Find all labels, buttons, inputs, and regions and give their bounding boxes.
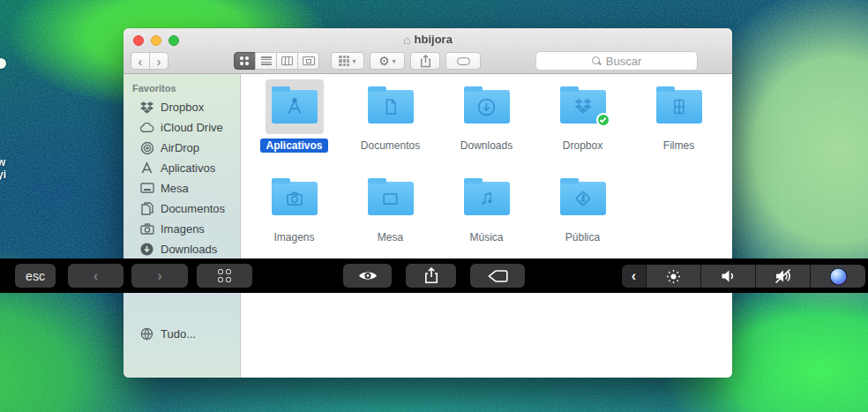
sidebar-item-label: Mesa [161,182,189,195]
sidebar-item-label: Documentos [161,202,225,215]
folder-icon [266,171,324,226]
column-view-icon [281,56,293,65]
tag-icon [457,57,470,65]
touchbar-back-button[interactable]: ‹ [68,264,123,288]
camera-glyph [272,182,318,215]
sidebar-item-label: AirDrop [161,141,199,154]
folder-item-publica[interactable]: Pública [535,169,631,261]
sidebar-item-label: Downloads [161,243,217,256]
folder-item-musica[interactable]: Música [438,169,535,261]
sidebar-item-pictures[interactable]: Imagens [123,219,240,239]
downloads-icon [139,242,154,257]
airdrop-icon [139,140,154,155]
column-view-button[interactable] [276,52,298,70]
folder-item-downloads[interactable]: Downloads [438,78,535,169]
finder-window: ⌂hbijora ‹ › ▾ ⚙ ▾ [123,28,732,378]
folder-item-mesa[interactable]: Mesa [342,169,438,261]
document-glyph [368,90,414,124]
folder-label: Imagens [268,230,319,244]
gallery-view-icon [303,56,315,65]
folder-label: Mesa [372,230,408,244]
share-button[interactable] [410,52,440,70]
sidebar-item-documents[interactable]: Documentos [123,199,240,219]
folder-label: Downloads [455,139,518,153]
siri-button[interactable] [811,265,865,288]
titlebar[interactable]: ⌂hbijora ‹ › ▾ ⚙ ▾ [123,28,732,74]
folder-item-imagens[interactable]: Imagens [246,169,342,261]
folder-contents: Aplicativos Documentos Downloads [241,74,732,378]
sidebar-item-dropbox[interactable]: Dropbox [123,97,240,117]
touchbar-view-button[interactable] [197,264,252,288]
touchbar-share-button[interactable] [406,264,456,288]
volume-icon [721,269,737,283]
documents-icon [139,201,154,216]
folder-label: Dropbox [557,139,608,153]
group-button[interactable]: ▾ [331,52,364,70]
sidebar-item-desktop[interactable]: Mesa [123,178,240,199]
sidebar-item-label: iCloud Drive [161,121,223,134]
brightness-button[interactable] [647,265,701,288]
desktop-label-fragment: w [0,156,5,169]
icon-view-button[interactable] [234,52,256,70]
control-strip: ‹ [622,265,865,288]
folder-icon [554,171,612,226]
icon-view-icon [218,269,231,282]
folder-item-documentos[interactable]: Documentos [342,78,438,169]
esc-key[interactable]: esc [15,264,56,288]
sidebar-item-icloud-drive[interactable]: iCloud Drive [123,117,240,138]
sidebar-item-all-files[interactable]: Tudo... [123,324,196,344]
icon-grid: Aplicativos Documentos Downloads [246,78,731,261]
folder-item-filmes[interactable]: Filmes [631,78,727,169]
list-view-icon [261,56,272,65]
volume-button[interactable] [701,265,756,288]
sidebar-item-airdrop[interactable]: AirDrop [123,138,240,158]
cloud-icon [139,120,154,135]
folder-icon [458,171,516,226]
action-menu-button[interactable]: ⚙ ▾ [370,52,405,70]
sidebar-item-label: Dropbox [161,101,204,114]
folder-label: Pública [560,230,605,244]
siri-icon [829,267,848,286]
search-placeholder: Buscar [606,55,641,68]
touch-bar: esc ‹ › ‹ [0,258,868,293]
sidebar-item-downloads[interactable]: Downloads [123,239,240,259]
sidebar-item-applications[interactable]: Aplicativos [123,158,240,178]
touchbar-quicklook-button[interactable] [343,264,392,288]
folder-item-dropbox[interactable]: Dropbox [535,78,631,169]
folder-label: Aplicativos [260,139,327,153]
control-strip-expand-button[interactable]: ‹ [622,265,647,288]
folder-label: Documentos [355,139,425,153]
view-switcher [234,52,319,70]
folder-label: Música [464,230,508,244]
mute-button[interactable] [756,265,811,288]
touchbar-tag-button[interactable] [470,264,525,288]
back-button[interactable]: ‹ [131,52,150,70]
folder-icon [458,79,516,134]
sidebar-item-label: Imagens [161,222,205,236]
navigation-buttons: ‹ › [131,52,168,70]
sidebar: Favoritos Dropbox iCloud Drive AirDrop A… [123,74,241,378]
eye-icon [357,269,378,282]
group-icon [339,56,349,66]
folder-item-aplicativos[interactable]: Aplicativos [246,78,342,169]
sidebar-section-favorites: Favoritos [123,74,240,97]
folder-icon [362,171,420,226]
tag-icon [488,269,508,283]
touchbar-forward-button[interactable]: › [131,264,188,288]
download-glyph [464,90,510,124]
applications-icon [139,161,154,176]
forward-button[interactable]: › [149,52,168,70]
share-icon [424,267,438,284]
film-glyph [656,90,702,124]
sidebar-item-label: Tudo... [161,327,196,341]
gallery-view-button[interactable] [297,52,319,70]
mute-icon [774,268,793,284]
desktop-glyph [368,182,414,215]
gear-icon: ⚙ [378,55,390,67]
desktop-label-fragment: yi [0,169,6,181]
folder-icon-selected [266,79,324,134]
tag-button[interactable] [445,52,481,70]
list-view-button[interactable] [255,52,277,70]
all-files-icon [139,326,154,341]
search-field[interactable]: Buscar [535,51,698,71]
